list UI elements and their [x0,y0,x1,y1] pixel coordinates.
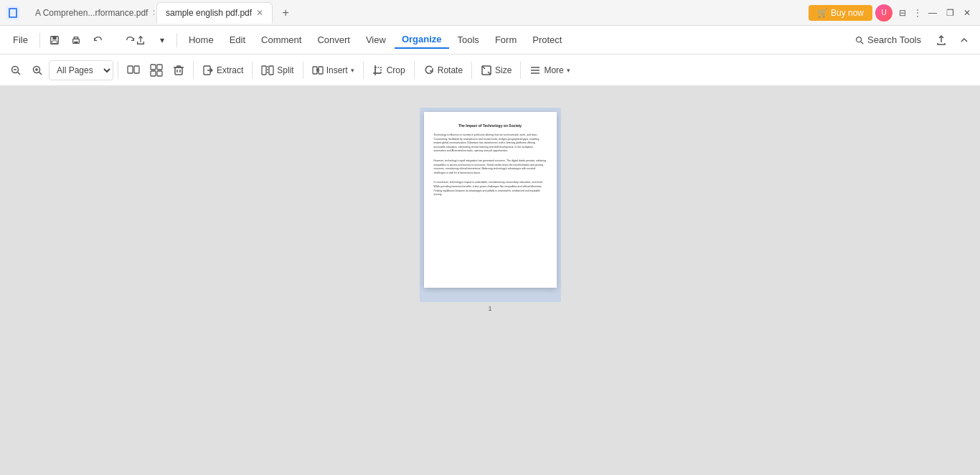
app-icon [6,6,20,20]
menu-item-view[interactable]: View [359,32,393,48]
search-tools-label: Search Tools [867,34,921,45]
toolbar-divider-6 [414,62,415,79]
split-button[interactable]: Split [257,59,298,82]
svg-rect-18 [151,71,156,76]
crop-label: Crop [387,65,405,75]
size-label: Size [495,65,512,75]
menu-item-tools[interactable]: Tools [451,32,486,48]
menu-item-organize[interactable]: Organize [395,31,449,49]
delete-page-button[interactable] [169,59,189,82]
tab-2[interactable]: sample english pdf.pdf ✕ [156,2,273,24]
toolbar-divider-5 [363,62,364,79]
zoom-out-button[interactable] [6,59,26,82]
pdf-page: The Impact of Technology on Society Tech… [424,112,557,288]
zoom-select[interactable]: All Pages Fit Page Fit Width 100% [49,60,113,80]
pdf-title: The Impact of Technology on Society [434,123,547,128]
zoom-in-button[interactable] [27,59,47,82]
menu-divider-2 [176,33,177,47]
menu-right: Search Tools [847,30,974,50]
svg-point-5 [857,37,862,42]
pdf-page-container: The Impact of Technology on Society Tech… [420,108,561,302]
toolbar-divider-7 [471,62,472,79]
menu-item-file[interactable]: File [6,32,35,48]
tab-2-label: sample english pdf.pdf [166,8,252,18]
svg-line-6 [861,42,863,44]
rotate-button[interactable]: Rotate [419,59,467,82]
pdf-page-wrapper: The Impact of Technology on Society Tech… [420,108,561,312]
toolbar-divider-8 [520,62,521,79]
svg-rect-25 [262,66,266,75]
upload-button[interactable] [931,30,951,50]
tab-1[interactable]: A Comprehen...rformance.pdf ✕ [26,2,155,24]
toolbar: All Pages Fit Page Fit Width 100% Extrac… [0,55,980,86]
tab-1-close[interactable]: ✕ [152,8,155,18]
svg-rect-4 [74,41,77,43]
insert-chevron-icon: ▾ [351,67,354,74]
collapse-ribbon-button[interactable] [954,30,974,50]
content-area: The Impact of Technology on Society Tech… [0,86,980,475]
svg-rect-17 [157,65,162,70]
svg-line-8 [18,72,21,75]
svg-rect-20 [175,67,182,75]
crop-button[interactable]: Crop [368,59,410,82]
extract-label: Extract [217,65,243,75]
svg-rect-26 [269,66,273,75]
svg-rect-14 [128,66,133,73]
pdf-paragraph-1: Technology's influence on society is pro… [434,133,547,154]
title-bar: A Comprehen...rformance.pdf ✕ sample eng… [0,0,980,26]
size-button[interactable]: Size [476,59,516,82]
insert-label: Insert [326,65,348,75]
menu-bar: File ▾ Home Edit Comment Convert View Or… [0,26,980,55]
redo-button[interactable] [109,29,129,52]
pdf-page-number: 1 [420,305,561,312]
buy-now-button[interactable]: 🛒 Buy now [809,5,872,21]
tab-1-label: A Comprehen...rformance.pdf [35,8,148,18]
pdf-paragraph-2: However, technology's rapid integration … [434,159,547,175]
minimize-button[interactable]: — [925,6,940,20]
toolbar-divider-3 [252,62,253,79]
two-page-view-button[interactable] [123,59,144,82]
download-arrow-button[interactable]: ▾ [152,29,172,52]
pdf-paragraph-3: In conclusion, technology's impact is un… [434,181,547,197]
thumbnail-view-button[interactable] [146,59,167,82]
extract-button[interactable]: Extract [198,59,248,82]
buy-now-label: Buy now [831,8,864,18]
print-button[interactable] [66,29,86,52]
search-tools-button[interactable]: Search Tools [847,32,928,48]
menu-item-home[interactable]: Home [182,32,221,48]
restore-button[interactable]: ❐ [943,6,957,20]
titlebar-actions: 🛒 Buy now U ⊟ ⋮ — ❐ ✕ [809,4,974,22]
window-collapse-button[interactable]: ⊟ [895,6,910,20]
close-button[interactable]: ✕ [960,6,974,20]
more-options-button[interactable]: ⋮ [913,7,923,19]
svg-rect-15 [134,66,139,73]
save-button[interactable] [44,29,65,52]
tabs-area: A Comprehen...rformance.pdf ✕ sample eng… [26,0,809,25]
more-chevron-icon: ▾ [567,67,570,74]
toolbar-divider-1 [118,62,118,79]
buy-now-icon: 🛒 [817,8,828,18]
toolbar-divider-2 [193,62,194,79]
toolbar-divider-4 [303,62,303,79]
menu-divider-1 [39,33,40,47]
more-label: More [544,65,563,75]
svg-line-11 [39,72,42,75]
menu-item-protect[interactable]: Protect [525,32,569,48]
svg-rect-2 [52,40,57,43]
menu-item-comment[interactable]: Comment [254,32,308,48]
user-avatar[interactable]: U [875,4,892,22]
menu-item-form[interactable]: Form [488,32,524,48]
split-label: Split [277,65,293,75]
tab-2-close[interactable]: ✕ [256,8,263,18]
rotate-label: Rotate [438,65,463,75]
insert-button[interactable]: Insert ▾ [308,59,359,82]
svg-rect-1 [52,36,56,39]
svg-rect-19 [157,71,162,76]
svg-rect-16 [151,65,156,70]
undo-button[interactable] [88,29,108,52]
more-button[interactable]: More ▾ [525,59,574,82]
svg-rect-31 [375,67,381,73]
new-tab-button[interactable]: + [277,4,294,22]
menu-item-edit[interactable]: Edit [222,32,253,48]
menu-item-convert[interactable]: Convert [310,32,357,48]
